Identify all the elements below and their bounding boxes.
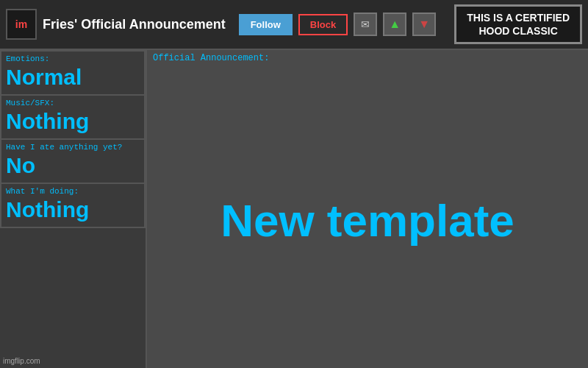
block-button[interactable]: Block	[298, 14, 348, 35]
announcement-area: Official Announcement: New template	[147, 50, 588, 368]
sidebar-label-2: Have I ate anything yet?	[6, 143, 140, 152]
main-content: Emotions:NormalMusic/SFX:NothingHave I a…	[0, 50, 588, 368]
announcement-text: New template	[220, 196, 514, 246]
upvote-icon: ▲	[389, 18, 401, 31]
upvote-button[interactable]: ▲	[383, 13, 406, 36]
sidebar-section-1: Music/SFX:Nothing	[0, 96, 146, 140]
downvote-button[interactable]: ▼	[412, 13, 436, 36]
header: im Fries' Official Announcement Follow B…	[0, 0, 588, 50]
sidebar-value-2: No	[6, 153, 140, 178]
sidebar-value-1: Nothing	[6, 109, 140, 134]
sidebar-label-3: What I'm doing:	[6, 187, 140, 196]
avatar: im	[6, 9, 37, 40]
sidebar-label-1: Music/SFX:	[6, 99, 140, 107]
mail-button[interactable]: ✉	[354, 13, 377, 36]
announcement-content: New template	[147, 66, 588, 368]
page-title: Fries' Official Announcement	[43, 17, 226, 32]
sidebar-section-2: Have I ate anything yet?No	[0, 140, 146, 184]
sidebar-value-3: Nothing	[6, 197, 140, 222]
avatar-text: im	[15, 18, 27, 30]
hood-classic-badge: THIS IS A CERTIFIED HOOD CLASSIC	[454, 4, 582, 44]
sidebar-section-0: Emotions:Normal	[0, 50, 146, 96]
mail-icon: ✉	[361, 18, 370, 30]
hood-classic-line1: THIS IS A CERTIFIED	[467, 11, 570, 24]
follow-button[interactable]: Follow	[239, 14, 293, 35]
hood-classic-line2: HOOD CLASSIC	[467, 24, 570, 38]
downvote-icon: ▼	[418, 18, 430, 31]
sidebar-label-0: Emotions:	[6, 54, 140, 63]
announcement-label: Official Announcement:	[147, 50, 588, 66]
sidebar: Emotions:NormalMusic/SFX:NothingHave I a…	[0, 50, 147, 368]
sidebar-value-0: Normal	[6, 65, 140, 90]
watermark: imgflip.com	[3, 357, 40, 365]
sidebar-section-3: What I'm doing:Nothing	[0, 184, 146, 228]
